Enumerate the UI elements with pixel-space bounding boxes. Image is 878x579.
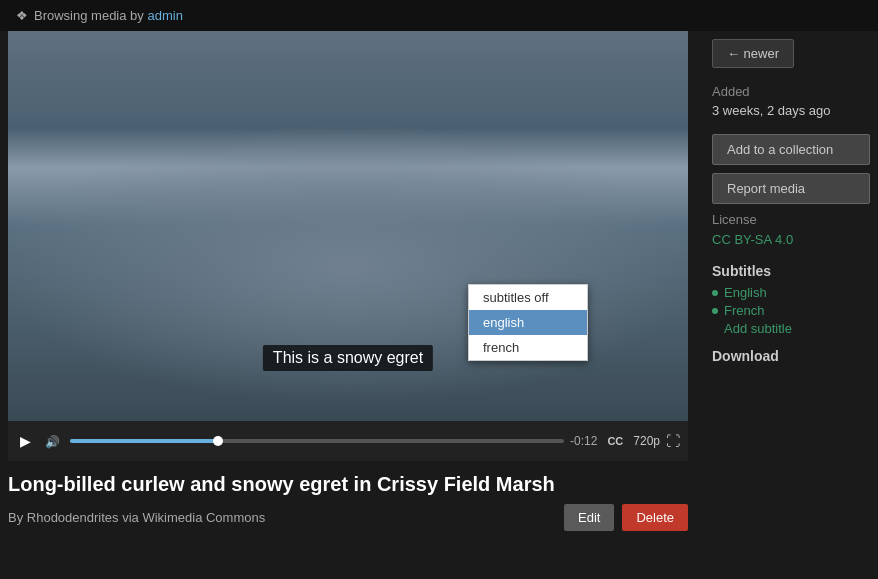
play-button[interactable] — [16, 431, 35, 451]
progress-fill — [70, 439, 218, 443]
added-value: 3 weeks, 2 days ago — [712, 103, 870, 118]
diamond-icon: ❖ — [16, 8, 28, 23]
license-label: License — [712, 212, 870, 227]
time-display: -0:12 — [570, 434, 597, 448]
subtitles-section: Subtitles English French Add subtitle — [712, 263, 870, 336]
play-icon — [20, 433, 31, 449]
popup-item-off[interactable]: subtitles off — [469, 285, 587, 310]
action-buttons: Edit Delete — [564, 504, 688, 531]
main-layout: This is a snowy egret subtitles off engl… — [0, 31, 878, 531]
cc-icon — [607, 434, 623, 448]
popup-item-french[interactable]: french — [469, 335, 587, 360]
license-section: License CC BY-SA 4.0 — [712, 212, 870, 247]
edit-button[interactable]: Edit — [564, 504, 614, 531]
media-credit: By Rhododendrites via Wikimedia Commons … — [8, 504, 688, 531]
download-title: Download — [712, 348, 870, 364]
credit-text: By Rhododendrites via Wikimedia Commons — [8, 510, 265, 525]
fullscreen-icon — [666, 433, 680, 449]
add-collection-button[interactable]: Add to a collection — [712, 134, 870, 165]
progress-thumb — [213, 436, 223, 446]
subtitle-dot-french — [712, 308, 718, 314]
report-media-button[interactable]: Report media — [712, 173, 870, 204]
fullscreen-button[interactable] — [666, 433, 680, 449]
subtitle-popup: subtitles off english french — [468, 284, 588, 361]
sidebar: ← newer Added 3 weeks, 2 days ago Add to… — [696, 31, 878, 531]
subtitles-title: Subtitles — [712, 263, 870, 279]
media-title: Long-billed curlew and snowy egret in Cr… — [8, 473, 688, 496]
progress-bar[interactable] — [70, 439, 564, 443]
top-bar: ❖ Browsing media by admin — [0, 0, 878, 31]
subtitle-english: English — [712, 285, 870, 300]
popup-item-english[interactable]: english — [469, 310, 587, 335]
add-subtitle-link[interactable]: Add subtitle — [724, 321, 870, 336]
newer-button[interactable]: ← newer — [712, 39, 794, 68]
video-column: This is a snowy egret subtitles off engl… — [0, 31, 696, 531]
license-link[interactable]: CC BY-SA 4.0 — [712, 232, 793, 247]
delete-button[interactable]: Delete — [622, 504, 688, 531]
subtitle-french-link[interactable]: French — [724, 303, 764, 318]
quality-button[interactable]: 720p — [633, 434, 660, 448]
subtitle-overlay: This is a snowy egret — [263, 345, 433, 371]
video-container: This is a snowy egret subtitles off engl… — [8, 31, 688, 461]
nav-buttons: ← newer — [712, 39, 870, 68]
subtitle-dot-english — [712, 290, 718, 296]
video-area[interactable]: This is a snowy egret subtitles off engl… — [8, 31, 688, 421]
cc-button[interactable] — [603, 432, 627, 450]
video-meta: Long-billed curlew and snowy egret in Cr… — [0, 461, 696, 531]
added-section: Added 3 weeks, 2 days ago — [712, 84, 870, 118]
subtitle-text: This is a snowy egret — [273, 349, 423, 366]
volume-button[interactable] — [41, 431, 64, 451]
browsing-prefix: Browsing media by — [34, 8, 147, 23]
download-section: Download — [712, 348, 870, 364]
admin-link[interactable]: admin — [147, 8, 182, 23]
volume-icon — [45, 433, 60, 449]
subtitle-french: French — [712, 303, 870, 318]
subtitle-english-link[interactable]: English — [724, 285, 767, 300]
added-label: Added — [712, 84, 870, 99]
video-controls: -0:12 720p — [8, 421, 688, 461]
